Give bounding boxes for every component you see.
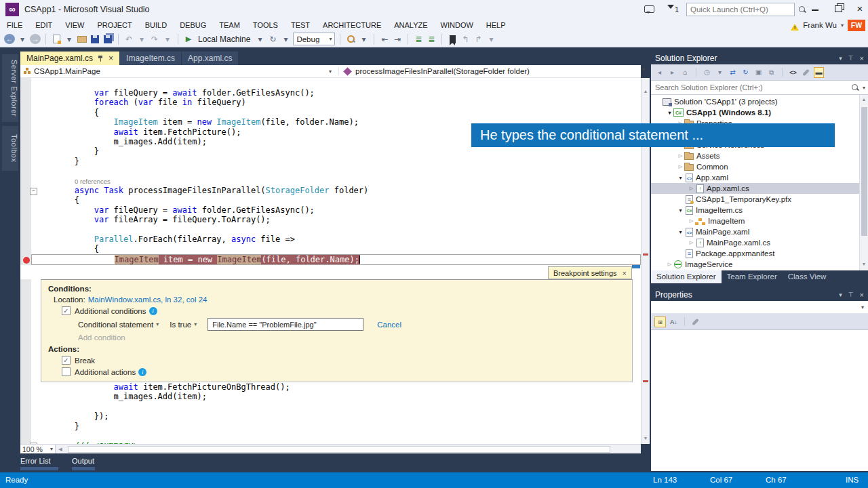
expander-icon[interactable]: ▷ [677, 153, 684, 159]
scroll-up-icon[interactable]: ▲ [860, 97, 868, 102]
toolbar-overflow-icon[interactable]: ▾ [358, 33, 369, 45]
class-dropdown[interactable]: CSApp1.MainPage [20, 67, 329, 75]
expander-icon[interactable]: ▷ [688, 218, 695, 224]
tab-imageitem.cs[interactable]: ImageItem.cs [120, 52, 181, 65]
panel-menu-icon[interactable]: ▾ [839, 291, 842, 298]
close-icon[interactable]: × [860, 291, 864, 299]
close-icon[interactable]: × [860, 54, 864, 62]
tree-item-csapp1-windows-8-1-[interactable]: ▾C#CSApp1 (Windows 8.1) [651, 107, 859, 118]
quick-launch[interactable] [686, 3, 795, 16]
tab-error-list[interactable]: Error List [20, 457, 51, 465]
bookmark-dropdown-icon[interactable]: ▾ [486, 33, 496, 45]
redo-dropdown-icon[interactable]: ▾ [162, 33, 173, 45]
additional-conditions-checkbox[interactable] [62, 306, 71, 315]
navigate-back-dropdown-icon[interactable]: ▾ [17, 33, 28, 45]
pin-icon[interactable] [98, 55, 104, 62]
scroll-down-icon[interactable]: ▼ [860, 262, 868, 266]
tree-item-mainpage-xaml[interactable]: ▾MainPage.xaml [651, 226, 859, 237]
menu-view[interactable]: VIEW [65, 21, 84, 29]
configuration-dropdown[interactable]: Debug▾ [293, 33, 335, 45]
previous-bookmark-icon[interactable]: ↰ [460, 33, 471, 45]
object-selector-dropdown[interactable]: ▾ [651, 301, 868, 314]
tree-item-app-xaml[interactable]: ▾App.xaml [651, 172, 859, 183]
editor-horizontal-scrollbar[interactable]: 100 %▾ ◀ [20, 444, 641, 453]
find-icon[interactable] [345, 33, 356, 45]
member-dropdown[interactable]: processImageFilesInParallel(StorageFolde… [338, 67, 641, 75]
add-condition-link[interactable]: Add condition [78, 333, 632, 342]
search-options-icon[interactable]: ▾ [863, 85, 865, 91]
collapse-all-icon[interactable]: ▣ [753, 67, 764, 78]
document-list-dropdown-icon[interactable]: ▾ [642, 66, 645, 73]
tree-item-csapp1-temporarykey-pfx[interactable]: CSApp1_TemporaryKey.pfx [651, 194, 859, 205]
tab-team-explorer[interactable]: Team Explorer [722, 270, 783, 283]
pin-icon[interactable]: ⊤ [848, 291, 854, 298]
menu-project[interactable]: PROJECT [97, 21, 132, 29]
save-icon[interactable] [90, 33, 100, 45]
breakpoint-settings-tab[interactable]: Breakpoint settings × [548, 266, 632, 279]
preview-selected-items-icon[interactable]: ▬ [814, 67, 824, 78]
info-icon[interactable]: i [149, 307, 157, 315]
tree-item-assets[interactable]: ▷Assets [651, 150, 859, 161]
properties-icon[interactable] [801, 67, 811, 78]
tree-item-imageitem-cs[interactable]: ▾ImageItem.cs [651, 205, 859, 216]
location-link[interactable]: MainWindow.xaml.cs, ln 32, col 24 [88, 296, 208, 304]
refresh-icon[interactable]: ↻ [741, 67, 751, 78]
tree-item-common[interactable]: ▷Common [651, 161, 859, 172]
user-name[interactable]: Frank Wu [803, 21, 837, 29]
menu-team[interactable]: TEAM [219, 21, 240, 29]
break-checkbox[interactable] [62, 356, 71, 365]
menu-architecture[interactable]: ARCHITECTURE [323, 21, 381, 29]
tree-item-app-xaml-cs[interactable]: ▷App.xaml.cs [651, 183, 859, 194]
tab-app.xaml.cs[interactable]: App.xaml.cs [182, 52, 238, 65]
menu-help[interactable]: HELP [486, 21, 506, 29]
categorized-icon[interactable]: ⊞ [654, 317, 666, 327]
cancel-link[interactable]: Cancel [377, 321, 401, 329]
server-explorer-tab[interactable]: Server Explorer [2, 54, 18, 122]
pending-changes-filter-icon[interactable]: ◷ [702, 67, 712, 78]
menu-debug[interactable]: DEBUG [180, 21, 206, 29]
feedback-icon[interactable] [644, 5, 654, 13]
menu-analyze[interactable]: ANALYZE [394, 21, 427, 29]
menu-test[interactable]: TEST [291, 21, 310, 29]
menu-tools[interactable]: TOOLS [253, 21, 278, 29]
expander-icon[interactable]: ▷ [677, 164, 684, 169]
menu-file[interactable]: FILE [7, 21, 22, 29]
next-bookmark-icon[interactable]: ↱ [473, 33, 484, 45]
tree-item-imageitem[interactable]: ▷ImageItem [651, 216, 859, 226]
tab-class-view[interactable]: Class View [783, 270, 832, 283]
zoom-level-dropdown[interactable]: 100 %▾ [20, 445, 56, 454]
peek-drag-handle[interactable] [632, 265, 640, 268]
outdent-icon[interactable]: ⇥ [392, 33, 403, 45]
sync-with-active-document-icon[interactable]: ⇄ [728, 67, 738, 78]
quick-launch-input[interactable] [687, 5, 798, 14]
condition-expression-input[interactable] [208, 318, 363, 331]
additional-actions-checkbox[interactable] [62, 367, 71, 376]
toolbox-tab[interactable]: Toolbox [2, 126, 18, 171]
notifications-icon[interactable]: 1 [667, 5, 679, 14]
undo-dropdown-icon[interactable]: ▾ [136, 33, 147, 45]
expander-icon[interactable]: ▾ [666, 110, 673, 116]
tab-mainpage.xaml.cs[interactable]: MainPage.xaml.cs× [20, 52, 119, 65]
tab-output[interactable]: Output [72, 457, 94, 465]
alphabetical-sort-icon[interactable]: A↓ [669, 317, 679, 327]
home-icon[interactable]: ⌂ [680, 67, 690, 78]
horizontal-scroll-thumb[interactable] [68, 446, 610, 453]
forward-icon[interactable]: ▸ [667, 67, 677, 78]
redo-icon[interactable]: ↷ [149, 33, 160, 45]
tree-item-imageservice[interactable]: ▷ImageService [651, 259, 859, 270]
scroll-left-icon[interactable]: ◀ [56, 447, 65, 452]
menu-build[interactable]: BUILD [145, 21, 167, 29]
condition-operator-dropdown[interactable]: Is true▾ [170, 321, 197, 329]
panel-menu-icon[interactable]: ▾ [839, 55, 842, 62]
navigate-back-icon[interactable]: ← [4, 34, 15, 44]
chevron-down-icon[interactable]: ▾ [841, 22, 844, 28]
navigate-forward-icon[interactable]: → [30, 34, 41, 44]
restore-button[interactable] [827, 0, 849, 18]
condition-kind-dropdown[interactable]: Conditional statement▾ [78, 321, 159, 329]
expander-icon[interactable]: ▾ [677, 229, 684, 235]
info-icon[interactable]: i [138, 368, 146, 376]
save-all-icon[interactable] [102, 33, 113, 45]
new-file-dropdown-icon[interactable]: ▾ [64, 33, 75, 45]
minimize-button[interactable] [804, 0, 826, 18]
filter-dropdown-icon[interactable]: ▾ [715, 67, 725, 78]
